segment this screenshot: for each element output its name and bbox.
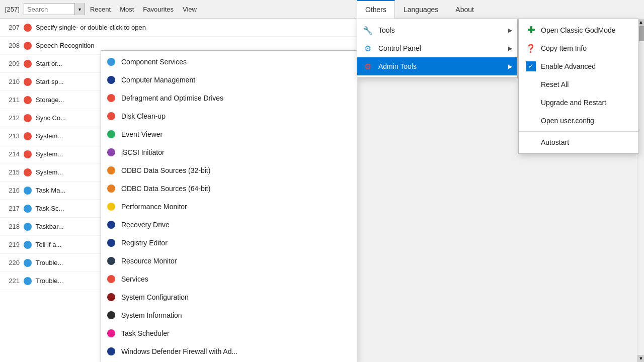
label-performance-monitor: Performance Monitor bbox=[121, 203, 187, 211]
row-text: Speech Recognition bbox=[36, 42, 94, 49]
admin-tools-arrow: ▶ bbox=[508, 63, 512, 70]
label-defragment: Defragment and Optimise Drives bbox=[121, 94, 223, 102]
sub-item-enable-advanced[interactable]: ✓ Enable Advanced bbox=[519, 57, 638, 75]
godmode-label: Open Classic GodMode bbox=[541, 26, 616, 34]
favourites-button[interactable]: Favourites bbox=[139, 4, 178, 15]
row-dot bbox=[24, 132, 32, 140]
row-text: Start or... bbox=[36, 60, 62, 67]
submenu-item-services[interactable]: Services bbox=[101, 270, 357, 288]
sub-item-copy-item-info[interactable]: ❓ Copy Item Info bbox=[519, 39, 638, 57]
tools-icon: 🔧 bbox=[362, 25, 373, 36]
sub-item-godmode[interactable]: ✚ Open Classic GodMode bbox=[519, 21, 638, 39]
submenu-item-odbc64[interactable]: ODBC Data Sources (64-bit) bbox=[101, 179, 357, 198]
most-button[interactable]: Most bbox=[116, 4, 138, 15]
dot-system-information bbox=[107, 311, 115, 319]
enable-advanced-label: Enable Advanced bbox=[541, 62, 596, 70]
label-system-configuration: System Configuration bbox=[121, 293, 189, 301]
search-box[interactable]: ▾ bbox=[24, 3, 85, 15]
submenu-item-computer-management[interactable]: Computer Management bbox=[101, 71, 357, 89]
sub-item-autostart[interactable]: Autostart bbox=[519, 133, 638, 151]
row-dot bbox=[24, 241, 32, 249]
label-disk-cleanup: Disk Clean-up bbox=[121, 112, 166, 120]
label-services: Services bbox=[121, 275, 148, 283]
upgrade-restart-spacer bbox=[526, 98, 536, 108]
sub-item-reset-all[interactable]: Reset All bbox=[519, 75, 638, 94]
submenu-item-windows-defender[interactable]: Windows Defender Firewall with Ad... bbox=[101, 342, 357, 360]
dot-task-scheduler bbox=[107, 329, 115, 337]
submenu-item-defragment[interactable]: Defragment and Optimise Drives bbox=[101, 89, 357, 107]
control-panel-icon: ⚙ bbox=[362, 43, 373, 54]
search-input[interactable] bbox=[24, 4, 74, 15]
row-text: Task Ma... bbox=[36, 187, 65, 194]
admin-tools-list: Component Services Computer Management D… bbox=[101, 50, 357, 362]
row-dot bbox=[24, 150, 32, 158]
submenu-item-iscsi[interactable]: iSCSI Initiator bbox=[101, 143, 357, 161]
menubar-item-about[interactable]: About bbox=[447, 0, 482, 19]
row-number: 215 bbox=[2, 168, 20, 176]
row-number: 217 bbox=[2, 205, 20, 212]
control-panel-arrow: ▶ bbox=[508, 45, 512, 52]
submenu-item-odbc32[interactable]: ODBC Data Sources (32-bit) bbox=[101, 161, 357, 179]
row-text: Storage... bbox=[36, 96, 64, 104]
tools-arrow: ▶ bbox=[508, 27, 512, 34]
menubar-others-label: Others bbox=[365, 6, 386, 14]
sub-item-upgrade-restart[interactable]: Upgrade and Restart bbox=[519, 94, 638, 112]
dropdown-item-tools[interactable]: 🔧 Tools ▶ bbox=[357, 21, 517, 39]
submenu-item-registry-editor[interactable]: Registry Editor bbox=[101, 234, 357, 252]
submenu-item-task-scheduler[interactable]: Task Scheduler bbox=[101, 324, 357, 342]
submenu-item-event-viewer[interactable]: Event Viewer bbox=[101, 125, 357, 143]
label-task-scheduler: Task Scheduler bbox=[121, 329, 170, 337]
sub-item-open-userconfig[interactable]: Open user.config bbox=[519, 112, 638, 130]
item-count: [257] bbox=[2, 6, 23, 13]
list-item[interactable]: 207 Specify single- or double-click to o… bbox=[0, 19, 357, 37]
row-dot bbox=[24, 60, 32, 68]
row-number: 214 bbox=[2, 150, 20, 158]
submenu-item-resource-monitor[interactable]: Resource Monitor bbox=[101, 252, 357, 270]
submenu-item-component-services[interactable]: Component Services bbox=[101, 53, 357, 71]
row-dot bbox=[24, 259, 32, 267]
label-recovery-drive: Recovery Drive bbox=[121, 221, 170, 229]
tools-label: Tools bbox=[378, 26, 503, 34]
row-dot bbox=[24, 42, 32, 50]
scrollbar-down-button[interactable]: ▼ bbox=[637, 355, 644, 362]
view-button[interactable]: View bbox=[179, 4, 201, 15]
row-number: 208 bbox=[2, 42, 20, 49]
dot-resource-monitor bbox=[107, 257, 115, 265]
dropdown-item-control-panel[interactable]: ⚙ Control Panel ▶ bbox=[357, 39, 517, 57]
row-number: 209 bbox=[2, 60, 20, 67]
admin-tools-icon: ⚙ bbox=[362, 61, 373, 72]
dot-defragment bbox=[107, 94, 115, 102]
upgrade-restart-label: Upgrade and Restart bbox=[541, 99, 606, 107]
autostart-spacer bbox=[526, 137, 536, 147]
copy-item-info-icon: ❓ bbox=[526, 43, 536, 53]
label-windows-defender: Windows Defender Firewall with Ad... bbox=[121, 347, 237, 355]
dropdown-item-admin-tools[interactable]: ⚙ Admin Tools ▶ bbox=[357, 57, 517, 75]
dot-disk-cleanup bbox=[107, 112, 115, 120]
dot-odbc32 bbox=[107, 166, 115, 174]
menubar-item-others[interactable]: Others bbox=[357, 0, 395, 19]
reset-all-label: Reset All bbox=[541, 80, 569, 88]
row-dot bbox=[24, 168, 32, 176]
submenu-divider bbox=[519, 131, 638, 132]
submenu-item-recovery-drive[interactable]: Recovery Drive bbox=[101, 216, 357, 234]
row-number: 210 bbox=[2, 78, 20, 85]
submenu-item-disk-cleanup[interactable]: Disk Clean-up bbox=[101, 107, 357, 125]
row-text: System... bbox=[36, 168, 63, 176]
enable-advanced-checkbox[interactable]: ✓ bbox=[526, 61, 536, 71]
open-userconfig-label: Open user.config bbox=[541, 117, 594, 125]
row-number: 213 bbox=[2, 132, 20, 140]
dot-performance-monitor bbox=[107, 203, 115, 211]
label-odbc32: ODBC Data Sources (32-bit) bbox=[121, 166, 210, 174]
submenu-item-performance-monitor[interactable]: Performance Monitor bbox=[101, 198, 357, 216]
recent-button[interactable]: Recent bbox=[86, 4, 115, 15]
admin-tools-submenu: ✚ Open Classic GodMode ❓ Copy Item Info … bbox=[518, 19, 639, 154]
row-dot bbox=[24, 78, 32, 86]
menubar-item-languages[interactable]: Languages bbox=[395, 0, 447, 19]
row-number: 216 bbox=[2, 187, 20, 194]
dot-registry-editor bbox=[107, 239, 115, 247]
search-dropdown-arrow[interactable]: ▾ bbox=[74, 3, 85, 15]
row-text: Taskbar... bbox=[36, 223, 64, 230]
row-text: System... bbox=[36, 132, 63, 140]
submenu-item-system-configuration[interactable]: System Configuration bbox=[101, 288, 357, 306]
submenu-item-system-information[interactable]: System Information bbox=[101, 306, 357, 324]
